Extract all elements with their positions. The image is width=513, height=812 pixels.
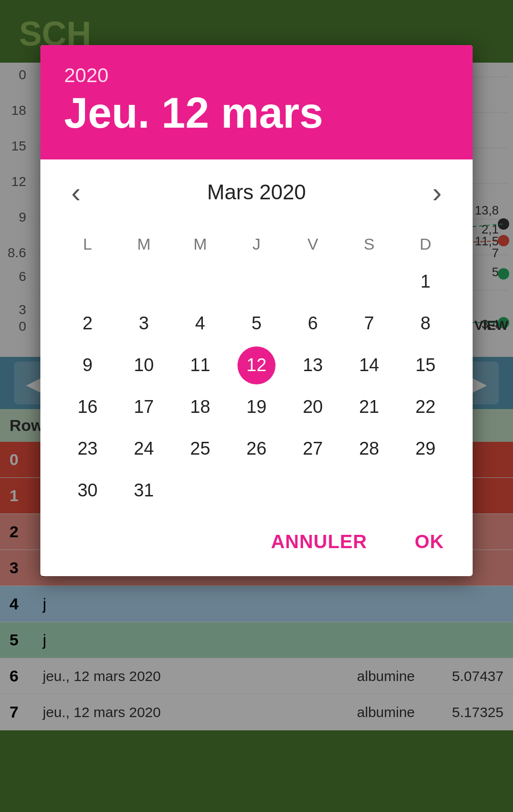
calendar-day-9[interactable]: 9 [68, 346, 106, 384]
next-month-button[interactable]: › [425, 174, 449, 211]
calendar-days-grid: 1 2 3 4 5 6 7 8 9 10 11 12 13 14 15 16 1… [59, 263, 454, 510]
calendar-day-14[interactable]: 14 [350, 346, 388, 384]
weekday-J: J [228, 230, 285, 258]
calendar-day-29[interactable]: 29 [407, 430, 445, 468]
calendar-day-13[interactable]: 13 [294, 346, 332, 384]
weekday-headers: L M M J V S D [59, 230, 454, 258]
calendar-day-10[interactable]: 10 [125, 346, 163, 384]
calendar-day-12[interactable]: 12 [238, 346, 276, 384]
calendar-day-28[interactable]: 28 [350, 430, 388, 468]
ok-button[interactable]: OK [400, 524, 458, 560]
calendar-day-17[interactable]: 17 [125, 388, 163, 426]
calendar-grid: L M M J V S D 1 2 3 4 [59, 230, 454, 510]
calendar-day-18[interactable]: 18 [181, 388, 219, 426]
calendar-day-4[interactable]: 4 [181, 305, 219, 343]
calendar-day-24[interactable]: 24 [125, 430, 163, 468]
calendar-day-11[interactable]: 11 [181, 346, 219, 384]
calendar-day-26[interactable]: 26 [238, 430, 276, 468]
calendar-day-3[interactable]: 3 [125, 305, 163, 343]
prev-month-button[interactable]: ‹ [64, 174, 88, 211]
calendar-month-label: Mars 2020 [207, 180, 306, 204]
calendar-day-27[interactable]: 27 [294, 430, 332, 468]
calendar-day-22[interactable]: 22 [407, 388, 445, 426]
weekday-V: V [285, 230, 341, 258]
calendar-day-23[interactable]: 23 [68, 430, 106, 468]
calendar-day-2[interactable]: 2 [68, 305, 106, 343]
calendar-day-7[interactable]: 7 [350, 305, 388, 343]
cancel-button[interactable]: ANNULER [256, 524, 381, 560]
dialog-year: 2020 [64, 64, 449, 87]
calendar-day-empty [294, 263, 332, 301]
calendar-day-16[interactable]: 16 [68, 388, 106, 426]
calendar-nav: ‹ Mars 2020 › [59, 174, 454, 211]
dialog-body: ‹ Mars 2020 › L M M J V S D [40, 159, 473, 514]
calendar-day-15[interactable]: 15 [407, 346, 445, 384]
calendar-day-20[interactable]: 20 [294, 388, 332, 426]
calendar-day-8[interactable]: 8 [407, 305, 445, 343]
weekday-L: L [59, 230, 116, 258]
calendar-day-empty [350, 263, 388, 301]
calendar-day-19[interactable]: 19 [238, 388, 276, 426]
calendar-day-5[interactable]: 5 [238, 305, 276, 343]
calendar-day-1[interactable]: 1 [407, 263, 445, 301]
dialog-actions: ANNULER OK [40, 514, 473, 576]
calendar-day-empty [181, 263, 219, 301]
weekday-D: D [397, 230, 454, 258]
weekday-S: S [341, 230, 398, 258]
dialog-date-title: Jeu. 12 mars [64, 91, 449, 136]
calendar-day-30[interactable]: 30 [68, 472, 106, 510]
date-picker-dialog: 2020 Jeu. 12 mars ‹ Mars 2020 › L M M J … [40, 45, 473, 576]
calendar-day-empty [68, 263, 106, 301]
calendar-day-25[interactable]: 25 [181, 430, 219, 468]
calendar-day-21[interactable]: 21 [350, 388, 388, 426]
calendar-day-31[interactable]: 31 [125, 472, 163, 510]
calendar-day-6[interactable]: 6 [294, 305, 332, 343]
dialog-header: 2020 Jeu. 12 mars [40, 45, 473, 159]
weekday-M1: M [116, 230, 172, 258]
calendar-day-empty [125, 263, 163, 301]
calendar-day-empty [238, 263, 276, 301]
weekday-M2: M [172, 230, 228, 258]
